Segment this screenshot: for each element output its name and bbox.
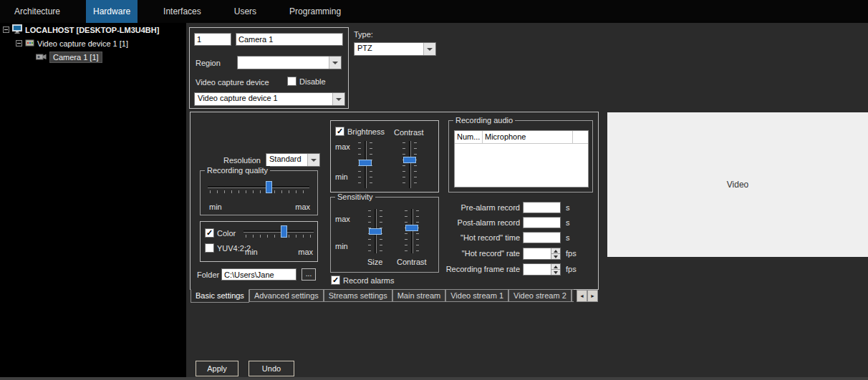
chevron-down-icon[interactable] <box>329 57 341 69</box>
tab-video[interactable]: Video <box>572 289 574 302</box>
pre-alarm-record-input[interactable] <box>523 202 561 213</box>
audio-column-microphone[interactable]: Microphone <box>483 131 573 143</box>
tab-main-stream[interactable]: Main stream <box>392 289 446 302</box>
collapse-icon[interactable] <box>3 26 9 33</box>
brightness-checkbox[interactable]: ✓ Brightness <box>335 127 385 136</box>
camera-icon <box>36 53 47 62</box>
spinner-up-icon[interactable] <box>551 248 560 253</box>
hot-record-time-unit: s <box>566 233 570 242</box>
checkbox-box <box>287 77 296 86</box>
tab-scroll-left-icon[interactable]: ◄ <box>577 290 587 302</box>
tab-streams-settings[interactable]: Streams settings <box>324 289 392 302</box>
undo-button[interactable]: Undo <box>249 361 294 376</box>
recording-audio-group: Recording audio Num... Microphone <box>448 120 593 193</box>
contrast-slider[interactable] <box>402 141 417 188</box>
capture-device-icon <box>25 39 34 49</box>
type-dropdown[interactable]: PTZ <box>354 42 436 56</box>
region-value <box>238 57 329 69</box>
recording-frame-rate-label: Recording frame rate <box>427 265 520 273</box>
folder-browse-button[interactable]: ... <box>302 268 316 281</box>
settings-tab-strip: Basic settings Advanced settings Streams… <box>191 289 598 303</box>
max-label: max <box>295 203 310 211</box>
color-settings-box: ✓ Color YUV4:2:2 min max <box>200 221 318 262</box>
tree-item-label: LOCALHOST [DESKTOP-LM3U4BH] <box>25 26 159 34</box>
brightness-slider[interactable] <box>358 141 372 188</box>
hot-record-time-input[interactable] <box>523 232 561 243</box>
nav-tab-architecture[interactable]: Architecture <box>7 0 67 23</box>
chevron-down-icon[interactable] <box>423 43 435 55</box>
audio-column-number[interactable]: Num... <box>455 131 483 143</box>
tree-item-localhost[interactable]: LOCALHOST [DESKTOP-LM3U4BH] <box>0 23 186 36</box>
resolution-dropdown[interactable]: Standard <box>266 153 320 167</box>
tab-advanced-settings[interactable]: Advanced settings <box>249 289 324 302</box>
size-label: Size <box>367 258 382 266</box>
color-slider[interactable] <box>243 225 314 241</box>
slider-thumb[interactable] <box>403 157 416 163</box>
video-preview-label: Video <box>727 180 748 190</box>
audio-table-header: Num... Microphone <box>455 131 588 144</box>
video-capture-device-label: Video capture device <box>196 78 269 87</box>
hot-record-rate-unit: fps <box>566 249 577 258</box>
tab-basic-settings[interactable]: Basic settings <box>191 289 249 303</box>
pre-alarm-unit: s <box>566 203 570 212</box>
folder-label: Folder <box>197 271 219 279</box>
disable-checkbox[interactable]: Disable <box>287 77 326 86</box>
hot-record-rate-spinner[interactable] <box>523 248 561 260</box>
nav-tab-users[interactable]: Users <box>227 0 264 23</box>
slider-thumb[interactable] <box>359 160 372 166</box>
slider-thumb[interactable] <box>369 228 382 235</box>
hot-record-time-label: "Hot record" time <box>427 233 520 242</box>
spinner-down-icon[interactable] <box>551 269 560 275</box>
recording-audio-table[interactable]: Num... Microphone <box>454 130 589 187</box>
chevron-down-icon[interactable] <box>307 154 319 166</box>
camera-name-input[interactable] <box>236 33 343 46</box>
nav-tab-hardware[interactable]: Hardware <box>86 0 138 23</box>
color-label: Color <box>217 229 236 238</box>
slider-thumb[interactable] <box>266 181 272 193</box>
slider-ticks <box>414 142 417 187</box>
record-alarms-checkbox[interactable]: ✓ Record alarms <box>331 276 395 285</box>
tab-video-stream-2[interactable]: Video stream 2 <box>508 289 572 302</box>
brightness-contrast-box: ✓ Brightness Contrast max min <box>330 120 439 193</box>
tree-item-camera[interactable]: Camera 1 [1] <box>0 50 186 64</box>
region-dropdown[interactable] <box>237 56 342 69</box>
recording-frame-rate-spinner[interactable] <box>523 263 561 276</box>
min-label: min <box>335 172 348 181</box>
recording-frame-rate-unit: fps <box>566 265 577 273</box>
spinner-buttons <box>551 264 560 275</box>
spinner-up-icon[interactable] <box>551 264 560 269</box>
post-alarm-record-input[interactable] <box>523 217 561 228</box>
tab-list: Basic settings Advanced settings Streams… <box>191 289 574 303</box>
sensitivity-contrast-slider[interactable] <box>405 209 419 253</box>
chevron-down-icon[interactable] <box>332 93 344 105</box>
slider-ticks <box>210 190 309 193</box>
yuv-checkbox[interactable]: YUV4:2:2 <box>205 243 251 253</box>
color-checkbox[interactable]: ✓ Color <box>205 228 236 238</box>
hot-record-rate-label: "Hot record" rate <box>427 249 520 258</box>
spinner-down-icon[interactable] <box>551 253 560 259</box>
type-value: PTZ <box>355 43 423 55</box>
type-label: Type: <box>354 30 373 39</box>
pre-alarm-record-label: Pre-alarm record <box>427 203 520 212</box>
video-preview-panel: Video <box>607 112 868 257</box>
top-navigation-bar: Architecture Hardware Interfaces Users P… <box>0 0 868 23</box>
slider-thumb[interactable] <box>281 225 287 238</box>
tab-video-stream-1[interactable]: Video stream 1 <box>445 289 508 302</box>
tab-scroll-right-icon[interactable]: ► <box>587 290 598 302</box>
sensitivity-title: Sensitivity <box>335 193 375 201</box>
nav-tab-programming[interactable]: Programming <box>282 0 348 23</box>
tree-item-label: Video capture device 1 [1] <box>37 39 128 48</box>
slider-thumb[interactable] <box>405 225 418 231</box>
nav-tab-interfaces[interactable]: Interfaces <box>156 0 208 23</box>
camera-id-input[interactable] <box>194 33 231 46</box>
folder-input[interactable] <box>221 268 296 281</box>
recording-quality-slider[interactable] <box>208 181 309 197</box>
sensitivity-size-slider[interactable] <box>368 209 382 253</box>
collapse-icon[interactable] <box>16 40 22 47</box>
min-label: min <box>245 248 258 256</box>
apply-button[interactable]: Apply <box>196 361 238 376</box>
min-label: min <box>209 203 222 211</box>
capture-device-value: Video capture device 1 <box>195 93 332 105</box>
capture-device-dropdown[interactable]: Video capture device 1 <box>194 92 345 106</box>
tree-item-capture-device[interactable]: Video capture device 1 [1] <box>0 36 186 50</box>
